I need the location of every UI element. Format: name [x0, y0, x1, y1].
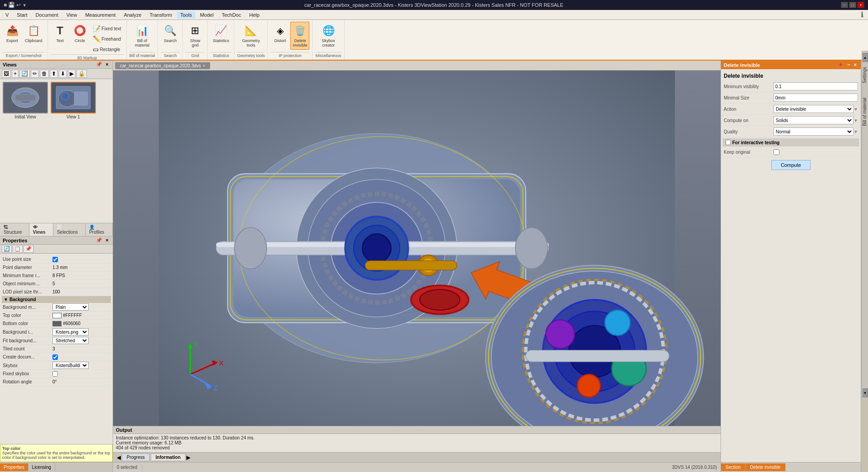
views-tool-1[interactable]: 🖼: [2, 70, 11, 78]
viewport-3d[interactable]: Y X Z: [113, 71, 721, 426]
skybox-dropdown[interactable]: KistersBuilding: [52, 362, 89, 369]
delete-invisible-button[interactable]: 🗑️ Deleteinvisible: [290, 22, 309, 50]
rectangle-button[interactable]: ▭ Rectangle: [90, 44, 123, 54]
props-close-btn[interactable]: ×: [104, 237, 110, 243]
menu-view[interactable]: View: [63, 11, 81, 19]
menu-tools[interactable]: Tools: [177, 11, 196, 19]
props-tab-licensing[interactable]: Licensing: [28, 463, 55, 471]
fixed-skybox-checkbox[interactable]: [52, 371, 58, 377]
interactive-testing-section[interactable]: For interactive testing: [723, 138, 859, 146]
minimize-button[interactable]: −: [841, 2, 848, 8]
use-point-size-checkbox[interactable]: [52, 257, 58, 262]
circle-button[interactable]: ⭕ Circle: [71, 22, 90, 45]
rp-row-quality: Quality Normal ▼: [723, 126, 859, 137]
menu-start[interactable]: Start: [13, 11, 31, 19]
menu-transform[interactable]: Transform: [146, 11, 176, 19]
fit-bg-dropdown[interactable]: Stretched: [52, 337, 89, 344]
show-grid-button[interactable]: ⊞ Showgrid: [185, 22, 204, 50]
view-initial-label: Initial View: [14, 114, 36, 119]
menu-document[interactable]: Document: [32, 11, 62, 19]
create-doc-checkbox[interactable]: [52, 354, 58, 360]
viewport-tab-main[interactable]: car_racecar.gearbox_opaque.2020.3dvs ×: [115, 62, 210, 69]
props-content: Use point size Point diameter 1.3 mm Min…: [0, 254, 113, 444]
props-tool-1[interactable]: 🔄: [2, 245, 12, 253]
tab-selections[interactable]: ⬜ Selections: [53, 223, 85, 236]
menu-model[interactable]: Model: [196, 11, 217, 19]
tab-views[interactable]: 👁 Views: [29, 223, 53, 236]
output-scroll-right[interactable]: ▶: [186, 454, 190, 461]
freehand-button[interactable]: ✏️ Freehand: [90, 34, 123, 44]
props-tool-2[interactable]: 📋: [13, 245, 23, 253]
compute-on-dropdown[interactable]: Solids: [773, 116, 854, 124]
prop-point-diameter: Point diameter 1.3 mm: [2, 264, 111, 272]
dropdown-icon[interactable]: ▼: [22, 3, 27, 8]
distort-label: Distort: [274, 39, 286, 43]
min-visibility-input[interactable]: [773, 82, 858, 90]
rp-tab-section[interactable]: Section: [721, 463, 745, 471]
tab-structure[interactable]: 🏗 Structure: [0, 223, 29, 236]
export-button[interactable]: 📤 Export: [3, 22, 22, 45]
output-tab-progress[interactable]: Progress: [122, 453, 150, 461]
rp-minimize-btn[interactable]: −: [846, 62, 851, 68]
output-scroll-left[interactable]: ◀: [117, 454, 121, 461]
top-color-swatch[interactable]: [52, 313, 62, 318]
bill-of-material-button[interactable]: 📊 Bill ofmaterial: [133, 22, 152, 50]
rp-bottom-tabs: Section Delete invisible: [721, 462, 861, 472]
tab-profiles[interactable]: 👤 Profiles: [85, 223, 113, 236]
menu-measurement[interactable]: Measurement: [81, 11, 119, 19]
views-tool-3[interactable]: 🔄: [19, 70, 30, 78]
menu-help[interactable]: Help: [246, 11, 263, 19]
views-tool-9[interactable]: 🔒: [76, 70, 87, 78]
props-tool-3[interactable]: 📌: [24, 245, 33, 253]
output-line-3: 404 of 429 nodes removed: [116, 445, 718, 450]
views-tool-4[interactable]: ✏: [31, 70, 39, 78]
menu-analyze[interactable]: Analyze: [120, 11, 145, 19]
close-button[interactable]: ×: [857, 2, 864, 8]
view-thumb-1[interactable]: View 1: [51, 82, 96, 119]
min-size-input[interactable]: [773, 94, 858, 102]
rp-tab-delete-invisible[interactable]: Delete invisible: [745, 463, 785, 471]
text-button[interactable]: T Text: [51, 22, 70, 45]
skybox-creator-button[interactable]: 🌐 Skyboxcreator: [319, 22, 338, 50]
geometry-tools-button[interactable]: 📐 Geometrytools: [240, 22, 262, 50]
views-panel-header: Views 📌 ×: [0, 61, 113, 69]
distort-button[interactable]: ◈ Distort: [270, 22, 289, 45]
vp-tab-close-btn[interactable]: ×: [203, 63, 205, 68]
keep-original-checkbox[interactable]: [773, 149, 779, 155]
rp-close-btn[interactable]: ×: [853, 62, 858, 68]
statistics-button[interactable]: 📈 Statistics: [210, 22, 231, 45]
svg-text:Y: Y: [193, 340, 198, 348]
rp-pin-btn[interactable]: 📌: [836, 62, 845, 68]
menu-techdoc[interactable]: TechDoc: [218, 11, 245, 19]
save-icon[interactable]: 💾: [8, 2, 15, 8]
props-pin-btn[interactable]: 📌: [95, 237, 104, 243]
action-dropdown[interactable]: Delete invisible: [773, 105, 854, 113]
props-tab-properties[interactable]: Properties: [0, 463, 28, 471]
search-button[interactable]: 🔍 Search: [161, 22, 180, 45]
views-tool-5[interactable]: 🗑: [40, 70, 49, 78]
clipboard-button[interactable]: 📋 Clipboard: [23, 22, 45, 45]
bg-mode-dropdown[interactable]: Plain: [52, 303, 89, 311]
views-tool-7[interactable]: ⬇: [59, 70, 67, 78]
views-tool-8[interactable]: ▶: [68, 70, 76, 78]
compute-button[interactable]: Compute: [771, 160, 811, 170]
output-tab-information[interactable]: Information: [151, 453, 185, 461]
quality-dropdown[interactable]: Normal: [773, 127, 854, 136]
prop-section-background[interactable]: ▼ Background: [2, 296, 111, 303]
svg-point-42: [577, 374, 600, 397]
views-close-btn[interactable]: ×: [104, 61, 110, 67]
skybox-label: Skyboxcreator: [322, 39, 335, 48]
view-thumb-initial[interactable]: Initial View: [3, 82, 48, 119]
maximize-button[interactable]: □: [849, 2, 856, 8]
left-panel: Views 📌 × 🖼 + 🔄 ✏ 🗑 ⬆ ⬇ ▶ 🔒: [0, 61, 113, 472]
undo-icon[interactable]: ↩: [16, 2, 21, 8]
views-pin-btn[interactable]: 📌: [95, 61, 104, 67]
views-tool-6[interactable]: ⬆: [50, 70, 58, 78]
fixed-text-button[interactable]: 📝 Fixed text: [90, 24, 123, 33]
interactive-section-checkbox[interactable]: [726, 140, 731, 145]
bg-image-dropdown[interactable]: Kisters.png: [52, 328, 89, 335]
help-icon[interactable]: ℹ: [858, 10, 866, 19]
menu-v[interactable]: V: [2, 11, 12, 19]
bottom-color-swatch[interactable]: [52, 321, 62, 326]
views-tool-2[interactable]: +: [12, 70, 19, 78]
